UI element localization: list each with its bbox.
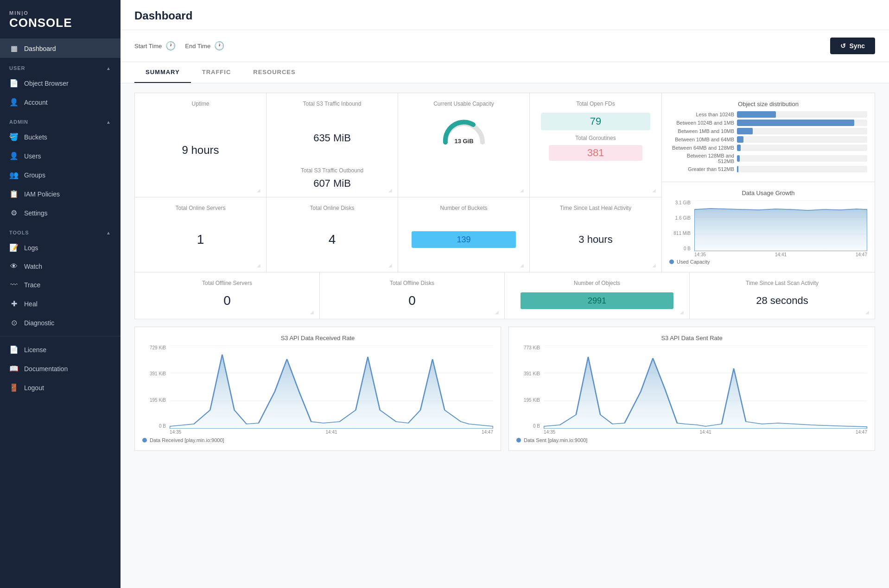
dashboard-content: Uptime 9 hours ◢ Total S3 Traffic Inboun… [121, 83, 889, 588]
stat-open-fds: Total Open FDs 79 Total Goroutines 381 ◢ [530, 93, 661, 197]
stat-online-servers: Total Online Servers 1 ◢ [135, 197, 267, 272]
obj-dist-row: Between 64MB and 128MB [669, 145, 867, 151]
sidebar-item-label: Users [24, 152, 41, 160]
buckets-icon: 🪣 [9, 133, 19, 141]
sidebar-item-label: Groups [24, 171, 45, 179]
sidebar-item-diagnostic[interactable]: ⊙ Diagnostic [0, 313, 121, 332]
heal-activity-label: Time Since Last Heal Activity [537, 205, 654, 211]
sidebar-item-trace[interactable]: 〰 Trace [0, 276, 121, 294]
end-time-label: End Time [185, 43, 210, 50]
start-time-label: Start Time [134, 43, 162, 50]
sidebar-item-buckets[interactable]: 🪣 Buckets [0, 127, 121, 146]
sidebar-item-logs[interactable]: 📝 Logs [0, 238, 121, 257]
page-title: Dashboard [134, 9, 875, 22]
sidebar-item-label: Diagnostic [24, 319, 54, 327]
data-usage-chart [694, 200, 867, 251]
sidebar-item-watch[interactable]: 👁 Watch [0, 257, 121, 276]
obj-dist-bar-bg [737, 166, 867, 172]
obj-dist-bar-bg [737, 136, 867, 143]
sidebar-item-label: IAM Policies [24, 190, 60, 198]
sidebar-item-license[interactable]: 📄 License [0, 340, 121, 359]
sidebar-item-documentation[interactable]: 📖 Documentation [0, 359, 121, 378]
sidebar-item-label: Settings [24, 209, 48, 217]
s3-outbound-label: Total S3 Traffic Outbound [274, 167, 390, 174]
sidebar-item-account[interactable]: 👤 Account [0, 93, 121, 112]
end-time-clock-icon[interactable]: 🕐 [214, 41, 224, 51]
tab-traffic[interactable]: TRAFFIC [191, 62, 242, 83]
corner-icon: ◢ [257, 263, 264, 270]
scan-activity-label: Time Since Last Scan Activity [697, 280, 867, 286]
legend-label: Data Sent [play.min.io:9000] [524, 437, 587, 443]
stat-uptime: Uptime 9 hours ◢ [135, 93, 267, 197]
sidebar-item-iam[interactable]: 📋 IAM Policies [0, 184, 121, 203]
obj-dist-title: Object size distribution [669, 101, 867, 107]
obj-dist-bar-bg [737, 111, 867, 118]
offline-disks-label: Total Offline Disks [327, 280, 497, 286]
x-labels: 14:35 14:41 14:47 [516, 430, 867, 435]
trace-icon: 〰 [9, 281, 19, 289]
scan-activity-value: 28 seconds [697, 290, 867, 311]
toolbar: Start Time 🕐 End Time 🕐 ↺ Sync [121, 30, 889, 62]
tab-summary[interactable]: SUMMARY [134, 62, 191, 83]
corner-icon: ◢ [652, 263, 660, 270]
stat-online-disks: Total Online Disks 4 ◢ [267, 197, 398, 272]
data-usage-title: Data Usage Growth [669, 190, 867, 196]
logo: MIN|O CONSOLE [0, 0, 121, 39]
sidebar-item-label: Buckets [24, 133, 47, 141]
document-icon: 📄 [9, 79, 19, 88]
sidebar-item-groups[interactable]: 👥 Groups [0, 165, 121, 184]
obj-dist-bar-bg [737, 120, 867, 126]
logs-icon: 📝 [9, 243, 19, 252]
online-servers-value: 1 [142, 215, 259, 265]
num-objects-label: Number of Objects [512, 280, 682, 286]
sidebar-item-logout[interactable]: 🚪 Logout [0, 378, 121, 397]
corner-icon: ◢ [520, 263, 527, 270]
sidebar-item-users[interactable]: 👤 Users [0, 146, 121, 165]
num-buckets-label: Number of Buckets [406, 205, 522, 211]
sidebar-item-dashboard[interactable]: ▦ Dashboard [0, 39, 121, 58]
stat-num-buckets: Number of Buckets 139 ◢ [398, 197, 530, 272]
stat-scan-activity: Time Since Last Scan Activity 28 seconds… [690, 272, 875, 319]
obj-dist-label: Between 1024B and 1MB [669, 120, 734, 126]
sidebar-item-object-browser[interactable]: 📄 Object Browser [0, 74, 121, 93]
stats-grid: Uptime 9 hours ◢ Total S3 Traffic Inboun… [134, 93, 662, 272]
obj-dist-row: Between 128MB and 512MB [669, 153, 867, 164]
sidebar-item-label: Dashboard [24, 45, 56, 52]
sidebar-item-heal[interactable]: ✚ Heal [0, 294, 121, 313]
legend-dot [669, 259, 674, 264]
tab-resources[interactable]: RESOURCES [242, 62, 306, 83]
logo-console: CONSOLE [9, 16, 111, 30]
online-disks-label: Total Online Disks [274, 205, 390, 211]
sidebar-divider [0, 336, 121, 336]
dashboard-icon: ▦ [9, 44, 19, 53]
chart-legend: Data Sent [play.min.io:9000] [516, 437, 867, 443]
start-time-clock-icon[interactable]: 🕐 [165, 41, 176, 51]
capacity-label: Current Usable Capacity [406, 101, 522, 107]
license-icon: 📄 [9, 345, 19, 354]
obj-dist-label: Less than 1024B [669, 112, 734, 117]
obj-dist-label: Greater than 512MB [669, 166, 734, 172]
logo-minio: MIN|O [9, 10, 111, 16]
sidebar-item-settings[interactable]: ⚙ Settings [0, 203, 121, 222]
s3-received-panel: S3 API Data Received Rate 729 KiB 391 Ki… [134, 327, 501, 451]
corner-icon: ◢ [310, 310, 318, 317]
sidebar-item-label: Logs [24, 244, 38, 252]
obj-dist-row: Between 1024B and 1MB [669, 120, 867, 126]
sidebar-item-label: Heal [24, 300, 38, 308]
stat-num-objects: Number of Objects 2991 ◢ [505, 272, 690, 319]
diagnostic-icon: ⊙ [9, 318, 19, 327]
obj-dist-label: Between 10MB and 64MB [669, 137, 734, 142]
sync-button[interactable]: ↺ Sync [830, 38, 875, 54]
sidebar-item-label: Trace [24, 281, 40, 289]
corner-icon: ◢ [680, 310, 687, 317]
obj-dist-row: Less than 1024B [669, 111, 867, 118]
sync-icon: ↺ [840, 42, 846, 50]
offline-disks-value: 0 [327, 290, 497, 311]
corner-icon: ◢ [257, 188, 264, 195]
obj-dist-bar-bg [737, 155, 867, 162]
tabs: SUMMARY TRAFFIC RESOURCES [121, 62, 889, 83]
x-labels: 14:35 14:41 14:47 [142, 430, 493, 435]
legend-dot [142, 438, 147, 443]
end-time-field: End Time 🕐 [185, 41, 224, 51]
settings-icon: ⚙ [9, 209, 19, 217]
